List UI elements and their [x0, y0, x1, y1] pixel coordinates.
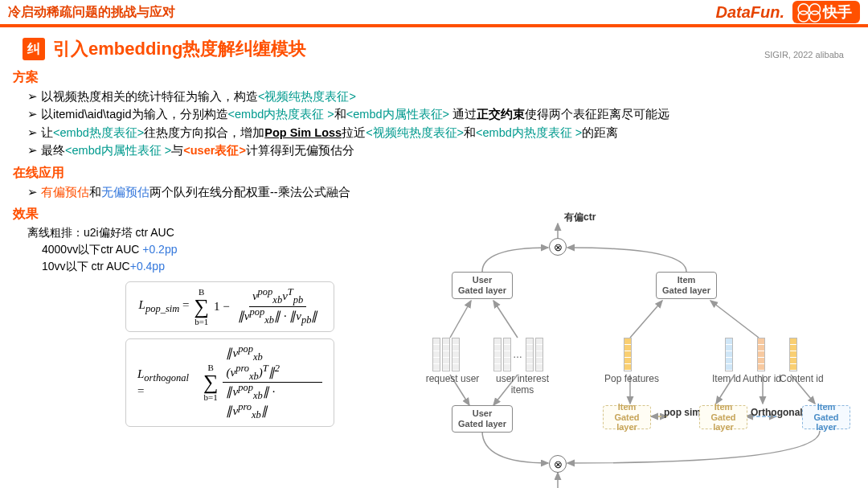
user-interest-label: user interest items	[484, 373, 561, 396]
logo-group: DataFun. ◯◯◯◯ 快手	[715, 1, 860, 23]
item-gated-ghost-2: Item Gated layer	[699, 405, 747, 429]
emb-content-id	[789, 338, 797, 371]
biased-ctr-label: 有偏ctr	[564, 211, 596, 224]
formula-orthogonal: Lorthogonal = B∑b=1 ∥vpopxb (vproxb)T∥2 …	[125, 338, 334, 427]
formula-pop-sim: Lpop_sim = B∑b=1 1 − vpopxbvTpb ∥vpopxb∥…	[125, 281, 334, 332]
svg-line-1	[450, 301, 471, 338]
emb-request-user-2	[442, 338, 450, 371]
online-b1: 有偏预估和无偏预估两个队列在线分配权重--乘法公式融合	[27, 183, 855, 201]
emb-request-user-1	[432, 338, 440, 371]
citation: SIGIR, 2022 alibaba	[764, 50, 844, 59]
top-bar: 冷启动稀疏问题的挑战与应对 DataFun. ◯◯◯◯ 快手	[0, 0, 868, 24]
scheme-b1: 以视频热度相关的统计特征为输入，构造<视频纯热度表征>	[27, 88, 855, 105]
pop-sim-label: pop sim	[664, 407, 701, 418]
scheme-b4: 最终<embd内属性表征 >与<user表征>计算得到无偏预估分	[27, 141, 855, 159]
multiply-top: ⊗	[549, 238, 567, 256]
content: SIGIR, 2022 alibaba 纠 引入embedding热度解纠缠模块…	[0, 27, 868, 440]
orthogonal-label: Orthogonal	[751, 407, 803, 418]
kuaishou-logo: ◯◯◯◯ 快手	[792, 1, 860, 23]
user-gated-bottom: User Gated layer	[452, 405, 513, 433]
emb-ui-2	[503, 338, 511, 371]
content-id-label: Content id	[780, 373, 824, 384]
item-gated-top: Item Gated layer	[656, 272, 717, 299]
section-scheme-heading: 方案	[13, 69, 855, 86]
kuaishou-icon: ◯◯◯◯	[797, 5, 820, 19]
page-title: 冷启动稀疏问题的挑战与应对	[8, 4, 175, 21]
scheme-b3: 让<embd热度表征>往热度方向拟合，增加Pop Sim Loss拉近<视频纯热…	[27, 124, 855, 141]
author-id-label: Author id	[743, 373, 781, 384]
kuaishou-text: 快手	[823, 2, 852, 22]
request-user-label: request user	[421, 373, 484, 384]
emb-ui-4	[535, 338, 543, 371]
subtitle-row: 纠 引入embedding热度解纠缠模块	[23, 37, 855, 61]
emb-author-id	[757, 338, 765, 371]
multiply-bottom: ⊗	[549, 455, 567, 473]
user-gated-top: User Gated layer	[452, 272, 513, 299]
badge: 纠	[23, 38, 45, 60]
emb-ui-1	[493, 338, 502, 371]
emb-request-user-3	[452, 338, 460, 371]
emb-item-id	[725, 338, 733, 371]
svg-line-2	[493, 301, 518, 338]
item-id-label: Item id	[712, 373, 741, 384]
online-bullets: 有偏预估和无偏预估两个队列在线分配权重--乘法公式融合	[27, 183, 855, 201]
subtitle: 引入embedding热度解纠缠模块	[53, 37, 306, 61]
section-online-heading: 在线应用	[13, 165, 855, 182]
scheme-bullets: 以视频热度相关的统计特征为输入，构造<视频纯热度表征> 以itemid\aid\…	[27, 88, 855, 160]
ellipsis-1: …	[513, 349, 522, 360]
architecture-diagram: 有偏ctr ⊗ User Gated layer Item Gated laye…	[413, 214, 860, 488]
item-gated-blue: Item Gated layer	[802, 405, 850, 429]
pop-features-label: Pop features	[601, 373, 662, 384]
svg-line-5	[630, 301, 662, 338]
datafun-logo: DataFun.	[715, 3, 784, 22]
emb-ui-3	[526, 338, 534, 371]
emb-pop	[624, 338, 632, 371]
svg-line-6	[710, 301, 759, 338]
scheme-b2: 以itemid\aid\tagid为输入，分别构造<embd内热度表征 >和<e…	[27, 105, 855, 123]
item-gated-ghost-1: Item Gated layer	[603, 405, 651, 429]
